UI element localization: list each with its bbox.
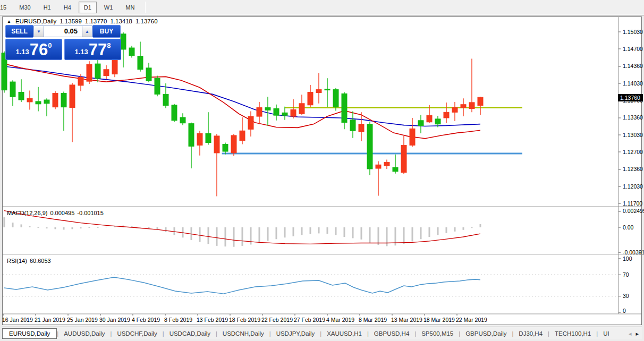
timeframe-button-h1[interactable]: H1 — [38, 2, 56, 13]
chart-tab-bar: EURUSD,Daily|AUDUSD,Daily|USDCHF,Daily|U… — [2, 327, 642, 339]
sell-price-main: 76 — [30, 42, 48, 57]
timeframe-button-mn[interactable]: MN — [120, 2, 140, 13]
timeframe-button-w1[interactable]: W1 — [99, 2, 118, 13]
chart-window[interactable] — [2, 16, 642, 325]
volume-decrease-button[interactable]: ▼ — [33, 25, 44, 37]
toolbar-separator — [145, 2, 146, 13]
mt4-terminal: { "toolbar": { "timeframes": ["15","M30"… — [0, 0, 644, 341]
timeframe-button-d1[interactable]: D1 — [79, 2, 97, 13]
chart-tab-gbpusd-h4[interactable]: GBPUSD,H4 — [369, 329, 414, 338]
sell-price-prefix: 1.13 — [15, 48, 29, 56]
timeframe-button-m30[interactable]: M30 — [14, 2, 36, 13]
chart-symbol-label: EURUSD,Daily — [15, 18, 56, 24]
ohlc-high: 1.13770 — [85, 18, 107, 24]
ohlc-close: 1.13760 — [135, 18, 158, 24]
chart-tab-usdchf-daily[interactable]: USDCHF,Daily — [112, 329, 162, 338]
down-arrow-icon: ▼ — [37, 29, 41, 34]
sell-price-box[interactable]: 1.13 76 0 — [5, 39, 62, 60]
chart-tab-sp500-m15[interactable]: SP500,M15 — [416, 329, 459, 338]
tab-scroll-right-button[interactable]: ▸ — [635, 330, 639, 337]
chart-tab-ui[interactable]: UI — [598, 329, 615, 338]
buy-button[interactable]: BUY — [92, 25, 121, 38]
chart-tab-xauusd-h1[interactable]: XAUUSD,H1 — [321, 329, 367, 338]
chart-title: ▲ EURUSD,Daily 1.13599 1.13770 1.13418 1… — [7, 18, 158, 24]
chart-tab-usdjpy-daily[interactable]: USDJPY,Daily — [271, 329, 320, 338]
current-price-marker: 1.13760 — [618, 94, 643, 101]
chart-tab-tech100-h1[interactable]: TECH100,H1 — [549, 329, 596, 338]
sell-price-pip: 0 — [48, 41, 52, 49]
volume-input[interactable]: 0.05 — [44, 25, 82, 37]
rsi-name: RSI(14) — [7, 258, 27, 264]
chart-tab-usdcad-daily[interactable]: USDCAD,Daily — [164, 329, 216, 338]
chart-tab-eurusd-daily[interactable]: EURUSD,Daily — [2, 328, 57, 339]
chart-tab-usdcnh-daily[interactable]: USDCNH,Daily — [217, 329, 269, 338]
volume-increase-button[interactable]: ▲ — [82, 25, 92, 37]
timeframe-button-h4[interactable]: H4 — [58, 2, 77, 13]
timeframe-toolbar: 15M30H1H4D1W1MN — [0, 0, 644, 15]
rsi-indicator-label: RSI(14) 60.6053 — [7, 258, 51, 264]
buy-price-prefix: 1.13 — [74, 48, 88, 56]
up-arrow-icon: ▲ — [85, 29, 89, 34]
macd-name: MACD(12,26,9) — [7, 210, 47, 216]
chart-tab-audusd-daily[interactable]: AUDUSD,Daily — [58, 329, 110, 338]
chart-title-arrow-icon[interactable]: ▲ — [7, 19, 11, 24]
buy-price-pip: 8 — [107, 41, 111, 49]
macd-indicator-label: MACD(12,26,9) 0.000495 -0.001015 — [7, 210, 104, 216]
rsi-value: 60.6053 — [30, 258, 51, 264]
tab-scroll-buttons: ◂ ▸ — [626, 327, 641, 339]
chart-tab-dj30-h4[interactable]: DJ30,H4 — [513, 329, 548, 338]
sell-button[interactable]: SELL — [5, 25, 33, 38]
one-click-trading-panel: SELL ▼ 0.05 ▲ BUY 1.13 76 0 1.13 77 8 — [5, 25, 122, 60]
chart-tab-gbpusd-daily[interactable]: GBPUSD,Daily — [460, 329, 512, 338]
ohlc-open: 1.13599 — [60, 18, 82, 24]
buy-price-main: 77 — [89, 42, 107, 57]
buy-price-box[interactable]: 1.13 77 8 — [64, 39, 121, 60]
macd-main-value: 0.000495 — [50, 210, 74, 216]
macd-signal-value: -0.001015 — [77, 210, 104, 216]
tab-scroll-left-button[interactable]: ◂ — [629, 330, 632, 337]
ohlc-low: 1.13418 — [110, 18, 132, 24]
timeframe-button-15[interactable]: 15 — [0, 2, 12, 13]
